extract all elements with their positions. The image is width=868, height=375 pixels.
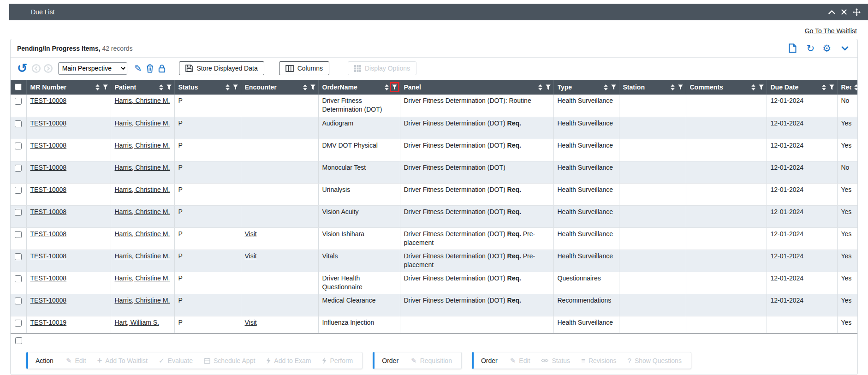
settings-gear-icon[interactable]: ⚙ <box>822 43 831 53</box>
row-checkbox[interactable] <box>15 165 22 172</box>
filter-icon[interactable] <box>829 84 834 90</box>
store-displayed-data-button[interactable]: Store Displayed Data <box>179 61 264 75</box>
encounter-link[interactable]: Visit <box>245 252 257 260</box>
col-header-order[interactable]: OrderName <box>318 80 400 95</box>
row-checkbox[interactable] <box>15 98 22 105</box>
show-questions-button[interactable]: ?Show Questions <box>622 354 687 367</box>
status-button[interactable]: Status <box>535 354 576 367</box>
patient-link[interactable]: Harris, Christine M. <box>115 297 170 304</box>
filter-icon[interactable] <box>166 84 172 90</box>
patient-link[interactable]: Harris, Christine M. <box>115 252 170 260</box>
columns-button[interactable]: Columns <box>279 61 329 75</box>
row-checkbox[interactable] <box>15 253 22 260</box>
undo-icon[interactable]: ↺ <box>17 63 28 73</box>
patient-link[interactable]: Harris, Christine M. <box>115 97 170 104</box>
sort-icon[interactable] <box>159 84 163 90</box>
mr-number-link[interactable]: TEST-10008 <box>30 274 67 282</box>
sort-icon[interactable] <box>226 84 230 90</box>
filter-icon[interactable] <box>678 84 683 90</box>
filter-icon[interactable] <box>611 84 616 90</box>
sort-icon[interactable] <box>385 84 389 90</box>
col-header-due[interactable]: Due Date <box>767 80 837 95</box>
sort-icon[interactable] <box>538 84 542 90</box>
waitlist-link[interactable]: Go To The Waitlist <box>805 27 857 35</box>
prev-perspective-icon[interactable] <box>31 64 41 73</box>
encounter-link[interactable]: Visit <box>245 319 257 326</box>
mr-number-link[interactable]: TEST-10008 <box>30 119 67 127</box>
mr-number-link[interactable]: TEST-10008 <box>30 230 67 238</box>
sort-icon[interactable] <box>751 84 755 90</box>
col-header-status[interactable]: Status <box>174 80 241 95</box>
row-checkbox[interactable] <box>15 298 22 304</box>
patient-link[interactable]: Harris, Christine M. <box>115 119 170 127</box>
revisions-button[interactable]: ≡Revisions <box>576 354 622 367</box>
mr-number-link[interactable]: TEST-10008 <box>30 297 67 304</box>
row-checkbox[interactable] <box>15 320 22 327</box>
col-header-encounter[interactable]: Encounter <box>241 80 318 95</box>
close-icon[interactable] <box>841 9 847 15</box>
col-header-req[interactable]: Req <box>837 80 857 95</box>
col-header-type[interactable]: Type <box>553 80 619 95</box>
mr-number-link[interactable]: TEST-10008 <box>30 142 67 149</box>
sort-icon[interactable] <box>95 84 100 90</box>
schedule-appt-button[interactable]: Schedule Appt <box>198 354 261 367</box>
footer-select-checkbox[interactable] <box>15 337 22 344</box>
evaluate-button[interactable]: ✓Evaluate <box>153 354 198 367</box>
lock-icon[interactable] <box>158 64 166 73</box>
col-header-panel[interactable]: Panel <box>400 80 553 95</box>
filter-icon[interactable] <box>233 84 238 90</box>
mr-number-link[interactable]: TEST-10008 <box>30 97 67 104</box>
add-to-exam-button[interactable]: Add to Exam <box>261 354 316 367</box>
mr-number-link[interactable]: TEST-10008 <box>30 252 67 260</box>
window-titlebar[interactable]: Due List <box>9 4 868 20</box>
mr-number-link[interactable]: TEST-10008 <box>30 164 67 171</box>
collapse-window-icon[interactable] <box>828 10 835 14</box>
row-checkbox[interactable] <box>15 120 22 127</box>
patient-link[interactable]: Harris, Christine M. <box>115 274 170 282</box>
col-header-comments[interactable]: Comments <box>686 80 767 95</box>
display-options-button[interactable]: Display Options <box>348 61 416 75</box>
refresh-icon[interactable]: ↻ <box>807 43 815 53</box>
patient-link[interactable]: Harris, Christine M. <box>115 186 170 193</box>
mr-number-link[interactable]: TEST-10008 <box>30 208 67 215</box>
requisition-button[interactable]: ✎Requisition <box>405 354 458 367</box>
col-header-patient[interactable]: Patient <box>111 80 174 95</box>
add-to-waitlist-button[interactable]: +Add To Waitlist <box>92 354 153 367</box>
sort-icon[interactable] <box>604 84 608 90</box>
patient-link[interactable]: Hart, William S. <box>115 319 159 326</box>
mr-number-link[interactable]: TEST-10019 <box>30 319 67 326</box>
mr-number-link[interactable]: TEST-10008 <box>30 186 67 193</box>
row-checkbox[interactable] <box>15 231 22 238</box>
row-checkbox[interactable] <box>15 209 22 216</box>
next-perspective-icon[interactable] <box>43 64 53 73</box>
new-document-icon[interactable] <box>789 43 797 53</box>
filter-icon[interactable] <box>103 84 108 90</box>
sort-icon[interactable] <box>671 84 675 90</box>
perspective-select[interactable]: Main Perspective <box>58 62 127 75</box>
patient-link[interactable]: Harris, Christine M. <box>115 230 170 238</box>
edit-perspective-icon[interactable]: ✎ <box>134 64 142 73</box>
collapse-panel-icon[interactable] <box>841 46 849 51</box>
delete-perspective-icon[interactable] <box>146 64 154 73</box>
filter-icon[interactable] <box>546 84 551 90</box>
filter-icon[interactable] <box>392 84 397 90</box>
sort-icon[interactable] <box>854 84 858 90</box>
perform-button[interactable]: Perform <box>316 354 358 367</box>
edit-button[interactable]: ✎Edit <box>505 354 536 367</box>
filter-icon[interactable] <box>759 84 764 90</box>
row-checkbox[interactable] <box>15 187 22 194</box>
edit-button[interactable]: ✎Edit <box>60 354 92 367</box>
filter-icon[interactable] <box>310 84 315 90</box>
select-all-checkbox[interactable] <box>15 83 22 90</box>
patient-link[interactable]: Harris, Christine M. <box>115 208 170 215</box>
patient-link[interactable]: Harris, Christine M. <box>115 142 170 149</box>
encounter-link[interactable]: Visit <box>245 230 257 238</box>
move-window-icon[interactable] <box>853 8 861 16</box>
row-checkbox[interactable] <box>15 143 22 149</box>
patient-link[interactable]: Harris, Christine M. <box>115 164 170 171</box>
sort-icon[interactable] <box>303 84 307 90</box>
sort-icon[interactable] <box>822 84 826 90</box>
col-header-station[interactable]: Station <box>619 80 686 95</box>
row-checkbox[interactable] <box>15 275 22 282</box>
col-header-mr[interactable]: MR Number <box>26 80 111 95</box>
